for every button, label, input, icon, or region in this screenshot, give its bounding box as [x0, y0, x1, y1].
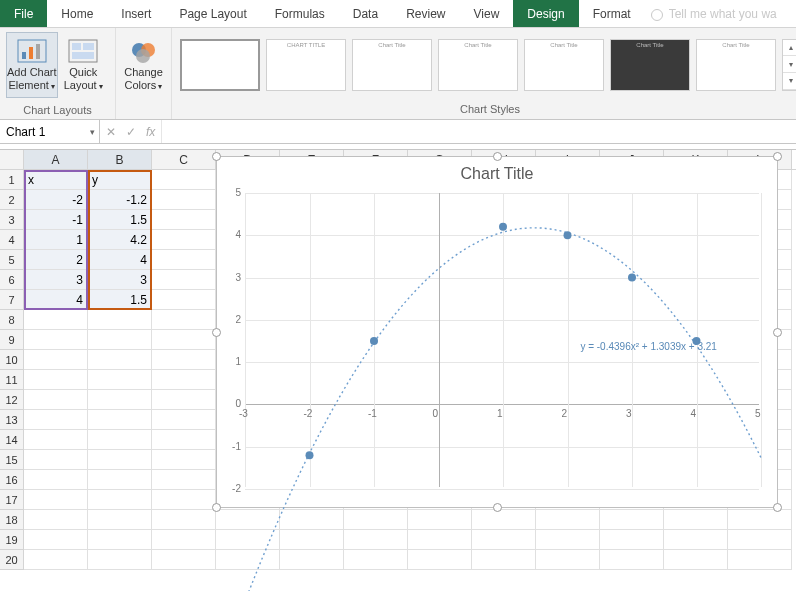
- cell-F19[interactable]: [344, 530, 408, 550]
- row-header-16[interactable]: 16: [0, 470, 24, 490]
- cell-B4[interactable]: 4.2: [88, 230, 152, 250]
- row-header-17[interactable]: 17: [0, 490, 24, 510]
- chart-handle-ne[interactable]: [773, 152, 782, 161]
- row-header-1[interactable]: 1: [0, 170, 24, 190]
- chart-title[interactable]: Chart Title: [217, 157, 777, 187]
- row-header-7[interactable]: 7: [0, 290, 24, 310]
- row-header-12[interactable]: 12: [0, 390, 24, 410]
- cell-C10[interactable]: [152, 350, 216, 370]
- formula-bar[interactable]: [162, 120, 796, 143]
- row-header-13[interactable]: 13: [0, 410, 24, 430]
- cell-A2[interactable]: -2: [24, 190, 88, 210]
- cell-F20[interactable]: [344, 550, 408, 570]
- cell-E19[interactable]: [280, 530, 344, 550]
- select-all-corner[interactable]: [0, 150, 24, 169]
- data-point[interactable]: [499, 223, 507, 231]
- tab-home[interactable]: Home: [47, 0, 107, 27]
- cell-A10[interactable]: [24, 350, 88, 370]
- row-header-5[interactable]: 5: [0, 250, 24, 270]
- cell-C17[interactable]: [152, 490, 216, 510]
- chart-style-5[interactable]: Chart Title: [524, 39, 604, 91]
- col-header-A[interactable]: A: [24, 150, 88, 169]
- trendline-equation[interactable]: y = -0.4396x² + 1.3039x + 3.21: [580, 341, 716, 352]
- cell-D18[interactable]: [216, 510, 280, 530]
- cell-B12[interactable]: [88, 390, 152, 410]
- row-header-8[interactable]: 8: [0, 310, 24, 330]
- row-header-14[interactable]: 14: [0, 430, 24, 450]
- cell-C3[interactable]: [152, 210, 216, 230]
- chart-handle-s[interactable]: [493, 503, 502, 512]
- cell-A14[interactable]: [24, 430, 88, 450]
- cell-A11[interactable]: [24, 370, 88, 390]
- row-header-11[interactable]: 11: [0, 370, 24, 390]
- cell-A3[interactable]: -1: [24, 210, 88, 230]
- col-header-C[interactable]: C: [152, 150, 216, 169]
- worksheet-grid[interactable]: A B C D E F G H I J K L 1xy2-2-1.23-11.5…: [0, 150, 796, 570]
- row-header-9[interactable]: 9: [0, 330, 24, 350]
- col-header-B[interactable]: B: [88, 150, 152, 169]
- cell-L19[interactable]: [728, 530, 792, 550]
- cell-A4[interactable]: 1: [24, 230, 88, 250]
- cell-B13[interactable]: [88, 410, 152, 430]
- cell-C11[interactable]: [152, 370, 216, 390]
- cell-C1[interactable]: [152, 170, 216, 190]
- data-point[interactable]: [628, 274, 636, 282]
- cell-A17[interactable]: [24, 490, 88, 510]
- chart-style-1[interactable]: [180, 39, 260, 91]
- data-point[interactable]: [306, 451, 314, 459]
- cell-B1[interactable]: y: [88, 170, 152, 190]
- style-scroll-more[interactable]: ▾: [783, 73, 796, 90]
- name-box[interactable]: Chart 1: [0, 120, 100, 143]
- tab-review[interactable]: Review: [392, 0, 459, 27]
- cell-I20[interactable]: [536, 550, 600, 570]
- cell-K20[interactable]: [664, 550, 728, 570]
- cell-C9[interactable]: [152, 330, 216, 350]
- cell-A5[interactable]: 2: [24, 250, 88, 270]
- cell-A9[interactable]: [24, 330, 88, 350]
- cell-A18[interactable]: [24, 510, 88, 530]
- cell-A7[interactable]: 4: [24, 290, 88, 310]
- change-colors-button[interactable]: Change Colors: [122, 32, 165, 98]
- cell-J18[interactable]: [600, 510, 664, 530]
- row-header-4[interactable]: 4: [0, 230, 24, 250]
- cell-B16[interactable]: [88, 470, 152, 490]
- cell-B18[interactable]: [88, 510, 152, 530]
- cell-B20[interactable]: [88, 550, 152, 570]
- style-scroll-down[interactable]: ▾: [783, 56, 796, 73]
- chart-style-6[interactable]: Chart Title: [610, 39, 690, 91]
- cell-H19[interactable]: [472, 530, 536, 550]
- cell-A19[interactable]: [24, 530, 88, 550]
- quick-layout-button[interactable]: Quick Layout: [58, 32, 109, 98]
- cell-C5[interactable]: [152, 250, 216, 270]
- cell-C18[interactable]: [152, 510, 216, 530]
- cell-I18[interactable]: [536, 510, 600, 530]
- cell-J20[interactable]: [600, 550, 664, 570]
- formula-cancel-icon[interactable]: ✕: [106, 125, 116, 139]
- cell-B8[interactable]: [88, 310, 152, 330]
- embedded-chart[interactable]: Chart Title 543210-1-2-3-2-1012345y = -0…: [216, 156, 778, 508]
- cell-C6[interactable]: [152, 270, 216, 290]
- tab-design[interactable]: Design: [513, 0, 578, 27]
- row-header-6[interactable]: 6: [0, 270, 24, 290]
- cell-I19[interactable]: [536, 530, 600, 550]
- cell-G19[interactable]: [408, 530, 472, 550]
- cell-A16[interactable]: [24, 470, 88, 490]
- cell-F18[interactable]: [344, 510, 408, 530]
- cell-C4[interactable]: [152, 230, 216, 250]
- cell-G18[interactable]: [408, 510, 472, 530]
- data-point[interactable]: [564, 231, 572, 239]
- cell-B15[interactable]: [88, 450, 152, 470]
- cell-K19[interactable]: [664, 530, 728, 550]
- cell-L18[interactable]: [728, 510, 792, 530]
- cell-D20[interactable]: [216, 550, 280, 570]
- cell-B10[interactable]: [88, 350, 152, 370]
- tab-view[interactable]: View: [460, 0, 514, 27]
- cell-A1[interactable]: x: [24, 170, 88, 190]
- tab-format[interactable]: Format: [579, 0, 645, 27]
- cell-B17[interactable]: [88, 490, 152, 510]
- row-header-3[interactable]: 3: [0, 210, 24, 230]
- tell-me-search[interactable]: Tell me what you wa: [645, 0, 796, 27]
- cell-B7[interactable]: 1.5: [88, 290, 152, 310]
- cell-E18[interactable]: [280, 510, 344, 530]
- tab-formulas[interactable]: Formulas: [261, 0, 339, 27]
